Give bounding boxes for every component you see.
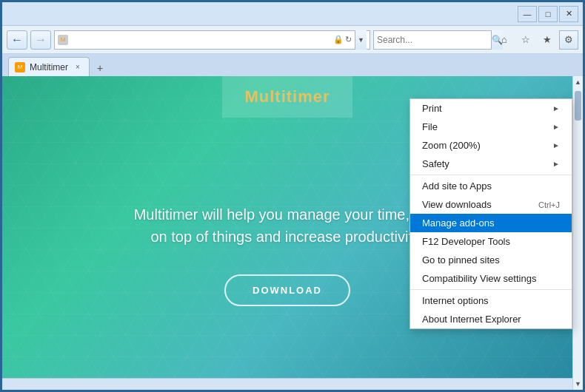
menu-item-f12-label: F12 Developer Tools [422,236,510,247]
forward-button[interactable]: → [30,30,51,50]
menu-item-internet-options[interactable]: Internet options [410,291,572,310]
address-icons: 🔒 ↻ [333,35,352,44]
back-button[interactable]: ← [7,30,27,50]
window-frame: — □ ✕ ← → M 🔒 ↻ ▼ 🔍 [2,2,583,390]
tab-close-button[interactable]: × [73,62,83,72]
maximize-button[interactable]: □ [538,6,558,22]
menu-item-zoom[interactable]: Zoom (200%) ► [410,136,572,155]
tab-label: Multitimer [30,62,68,72]
menu-separator-2 [410,289,572,290]
close-button[interactable]: ✕ [559,6,578,22]
menu-item-view-downloads[interactable]: View downloads Ctrl+J [410,195,572,214]
download-button[interactable]: DOWNLOAD [224,274,350,306]
site-logo: Multitimer [244,87,330,107]
tab-favicon: M [15,62,25,72]
menu-separator-1 [410,175,572,175]
menu-arrow-safety: ► [552,160,560,168]
menu-item-print[interactable]: Print ► [410,99,572,118]
scroll-up-arrow[interactable]: ▲ [573,76,584,88]
menu-item-view-downloads-label: View downloads [422,199,492,210]
toolbar-right: ⌂ ☆ ★ ⚙ [495,30,578,50]
home-button[interactable]: ⌂ [495,30,514,50]
star2-icon: ★ [543,34,552,45]
search-input[interactable] [374,35,491,45]
scroll-thumb[interactable] [575,91,581,121]
menu-item-zoom-label: Zoom (200%) [422,140,481,151]
page-favicon: M [58,35,68,45]
scroll-down-arrow[interactable]: ▼ [573,378,584,390]
content-area: Multitimer Multitimer will help you mana… [2,76,583,390]
lock-icon: 🔒 [333,35,344,44]
address-bar: M 🔒 ↻ ▼ [54,30,370,50]
refresh-icon[interactable]: ↻ [345,35,352,44]
menu-item-manage-addons[interactable]: Manage add-ons [410,214,572,232]
toolbar: ← → M 🔒 ↻ ▼ 🔍 ⌂ ☆ [2,26,583,54]
menu-item-print-label: Print [422,103,442,114]
menu-arrow-print: ► [552,104,560,112]
menu-item-compat-view-label: Compatibility View settings [422,273,536,284]
menu-item-safety[interactable]: Safety ► [410,155,572,173]
site-nav: Multitimer [222,76,352,118]
up-arrow-icon: ▲ [575,78,581,86]
context-menu: Print ► File ► Zoom (200%) ► Safety ► Ad… [410,98,572,329]
favorites-button[interactable]: ☆ [516,30,535,50]
tab-multitimer[interactable]: M Multitimer × [8,57,90,76]
search-box: 🔍 [373,30,492,50]
menu-item-manage-addons-label: Manage add-ons [422,217,495,229]
back-icon: ← [11,33,23,47]
home-icon: ⌂ [501,34,507,45]
menu-item-file-label: File [422,121,438,132]
menu-item-add-site[interactable]: Add site to Apps [410,177,572,195]
menu-shortcut-downloads: Ctrl+J [538,200,560,209]
tab-favicon-letter: M [18,64,23,70]
menu-arrow-file: ► [552,123,560,131]
scrollbar-right: ▲ ▼ [572,76,583,390]
hero-inner: Multitimer will help you manage your tim… [132,118,443,306]
address-dropdown[interactable]: ▼ [355,30,367,50]
new-tab-button[interactable]: + [91,60,109,76]
down-arrow-icon: ▼ [575,380,581,388]
title-bar: — □ ✕ [2,2,583,26]
hero-text: Multitimer will help you manage your tim… [132,203,443,248]
menu-item-about-ie[interactable]: About Internet Explorer [410,310,572,328]
menu-item-internet-options-label: Internet options [422,295,489,306]
menu-arrow-zoom: ► [552,141,560,149]
menu-item-f12[interactable]: F12 Developer Tools [410,232,572,251]
minimize-button[interactable]: — [518,6,537,22]
forward-icon: → [35,33,47,47]
menu-item-pinned-sites[interactable]: Go to pinned sites [410,251,572,269]
menu-item-about-ie-label: About Internet Explorer [422,314,521,325]
tab-bar: M Multitimer × + [2,54,583,76]
settings-button[interactable]: ⚙ [559,30,578,50]
title-bar-buttons: — □ ✕ [518,6,578,22]
star-icon: ☆ [521,34,530,45]
menu-item-compat-view[interactable]: Compatibility View settings [410,269,572,288]
status-bar [2,378,572,390]
menu-item-add-site-label: Add site to Apps [422,180,492,192]
scroll-track [573,88,583,378]
menu-item-pinned-sites-label: Go to pinned sites [422,254,500,266]
menu-item-file[interactable]: File ► [410,118,572,136]
favorites2-button[interactable]: ★ [538,30,557,50]
menu-item-safety-label: Safety [422,158,449,169]
gear-icon: ⚙ [564,34,573,45]
